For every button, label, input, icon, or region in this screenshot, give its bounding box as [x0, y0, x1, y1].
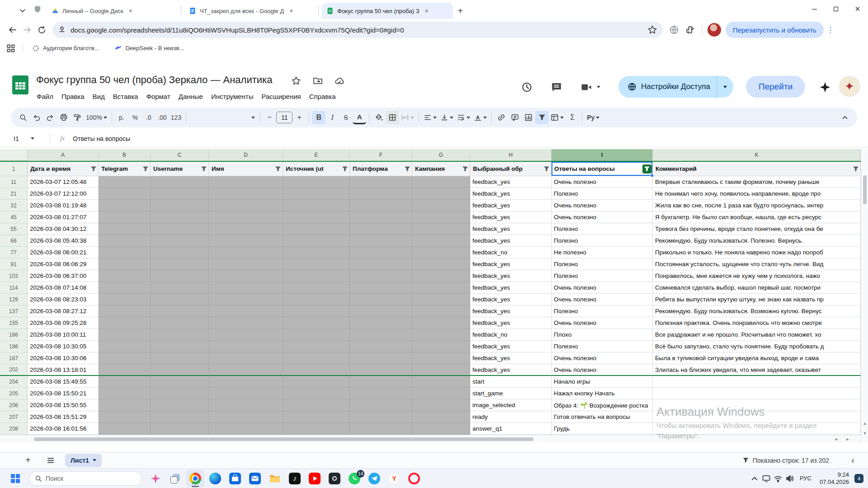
cell-B77[interactable]	[99, 247, 151, 258]
tab-close-icon[interactable]: ×	[289, 7, 293, 14]
cell-I45[interactable]: Очень полезно	[552, 211, 653, 223]
cell-G66[interactable]	[412, 235, 470, 247]
cell-H186[interactable]: feedback_yes	[470, 341, 552, 352]
column-header-F[interactable]: F	[350, 149, 412, 161]
cell-E202[interactable]	[283, 364, 350, 376]
cell-E129[interactable]	[283, 294, 350, 305]
tab-search-chevron-icon[interactable]	[15, 4, 30, 18]
font-size-input[interactable]: 11	[276, 112, 292, 123]
cell-H155[interactable]: feedback_yes	[470, 317, 552, 329]
telegram-taskbar-icon[interactable]	[365, 469, 383, 488]
create-filter-button[interactable]	[535, 111, 549, 124]
insert-link-button[interactable]	[495, 111, 508, 124]
cell-F202[interactable]	[350, 364, 412, 376]
cell-I207[interactable]: Готов отвечать на вопросы	[552, 411, 653, 423]
dark-app-taskbar-icon[interactable]	[326, 469, 344, 488]
youtube-taskbar-icon[interactable]	[306, 469, 324, 488]
cell-G205[interactable]	[412, 388, 470, 399]
row-number[interactable]: 103	[0, 270, 28, 282]
cell-B91[interactable]	[99, 258, 151, 270]
wifi-icon[interactable]	[774, 474, 783, 483]
cell-C207[interactable]	[151, 411, 209, 423]
filter-icon[interactable]	[90, 165, 97, 173]
cell-B32[interactable]	[99, 200, 151, 211]
cell-H66[interactable]: feedback_yes	[470, 235, 552, 247]
cell-E186[interactable]	[283, 341, 350, 352]
back-icon[interactable]	[5, 23, 20, 37]
header-cell-A1[interactable]: Дата и время	[28, 162, 99, 176]
cell-D186[interactable]	[209, 341, 283, 352]
cell-E45[interactable]	[283, 211, 350, 223]
cell-E205[interactable]	[283, 388, 350, 399]
cell-C204[interactable]	[151, 376, 209, 388]
bookmark-1[interactable]: Аудитория благотв...	[32, 45, 99, 52]
language-indicator[interactable]: РУС	[797, 475, 814, 482]
cell-A11[interactable]: 2026-03-07 12:05:48	[28, 176, 99, 188]
increase-decimal-button[interactable]: .00	[156, 111, 169, 124]
cell-K202[interactable]: Злилась на близких увидела, что меня зад…	[653, 364, 861, 376]
cell-K166[interactable]: Все раздражает и не прошло. Росчитывал ч…	[653, 329, 861, 341]
cell-D11[interactable]	[209, 176, 283, 188]
cell-A32[interactable]: 2026-03-08 01:19:48	[28, 200, 99, 211]
cell-A166[interactable]: 2026-03-08 10:00:11	[28, 329, 99, 341]
cell-B66[interactable]	[99, 235, 151, 247]
cell-I66[interactable]: Полезно	[552, 235, 653, 247]
menu-view[interactable]: Вид	[89, 91, 109, 102]
cell-F166[interactable]	[350, 329, 412, 341]
cell-A66[interactable]: 2026-03-08 05:40:38	[28, 235, 99, 247]
cell-I77[interactable]: Не полезно	[552, 247, 653, 258]
cell-G114[interactable]	[412, 282, 470, 294]
cell-B205[interactable]	[99, 388, 151, 399]
tiktok-taskbar-icon[interactable]: ♪	[286, 469, 304, 488]
notification-count-badge[interactable]: 4	[854, 474, 863, 483]
select-all-corner[interactable]	[0, 149, 28, 161]
cell-F103[interactable]	[350, 270, 412, 282]
cell-G103[interactable]	[412, 270, 470, 282]
cell-C186[interactable]	[151, 341, 209, 352]
cell-F205[interactable]	[350, 388, 412, 399]
cell-K32[interactable]: Жила как во сне, после 1 раза как будто …	[653, 200, 861, 211]
cell-B55[interactable]	[99, 223, 151, 235]
gemini-sparkle-icon[interactable]	[819, 81, 831, 93]
cell-E66[interactable]	[283, 235, 350, 247]
scroll-left-icon[interactable]: ◄	[831, 435, 841, 443]
cell-A186[interactable]: 2026-03-08 10:30:05	[28, 341, 99, 352]
insert-comment-button[interactable]	[508, 111, 522, 124]
cell-E207[interactable]	[283, 411, 350, 423]
horizontal-scrollbar[interactable]: ◄ ►	[0, 435, 861, 443]
column-header-K[interactable]: K	[653, 149, 861, 161]
cell-I155[interactable]: Очень полезно	[552, 317, 653, 329]
tray-chevron-up-icon[interactable]	[750, 474, 759, 483]
header-cell-G1[interactable]: Кампания	[412, 162, 470, 176]
cell-K77[interactable]: Прикольно и только. Не поняла наврено по…	[653, 247, 861, 258]
monitor-icon[interactable]	[762, 474, 771, 483]
cell-F55[interactable]	[350, 223, 412, 235]
filter-icon[interactable]	[543, 165, 550, 173]
text-rotation-button[interactable]	[472, 111, 489, 124]
cell-F77[interactable]	[350, 247, 412, 258]
cell-H11[interactable]: feedback_yes	[470, 176, 552, 188]
address-bar[interactable]: docs.google.com/spreadsheets/d/11u8iQO6H…	[52, 22, 663, 38]
tab-close-icon[interactable]: ×	[129, 7, 132, 14]
cell-G129[interactable]	[412, 294, 470, 305]
mail-taskbar-icon[interactable]	[246, 469, 264, 488]
cell-G91[interactable]	[412, 258, 470, 270]
cell-F11[interactable]	[350, 176, 412, 188]
cell-G206[interactable]	[412, 399, 470, 411]
cell-H114[interactable]: feedback_yes	[470, 282, 552, 294]
cell-K91[interactable]: Постоянная усталость, щущение что стало …	[653, 258, 861, 270]
cell-C32[interactable]	[151, 200, 209, 211]
column-header-A[interactable]: A	[28, 149, 99, 161]
increase-font-size-button[interactable]: +	[292, 111, 306, 124]
cell-E114[interactable]	[283, 282, 350, 294]
row-number[interactable]: 11	[0, 176, 28, 188]
window-close-button[interactable]: ✕	[847, 0, 868, 18]
volume-icon[interactable]	[785, 474, 794, 483]
functions-button[interactable]: Σ	[566, 111, 579, 124]
cell-B204[interactable]	[99, 376, 151, 388]
cell-C55[interactable]	[151, 223, 209, 235]
header-cell-I1[interactable]: Ответы на вопросы	[552, 162, 653, 176]
decrease-font-size-button[interactable]: −	[263, 111, 276, 124]
cell-B45[interactable]	[99, 211, 151, 223]
header-cell-B1[interactable]: Telegram	[99, 162, 151, 176]
